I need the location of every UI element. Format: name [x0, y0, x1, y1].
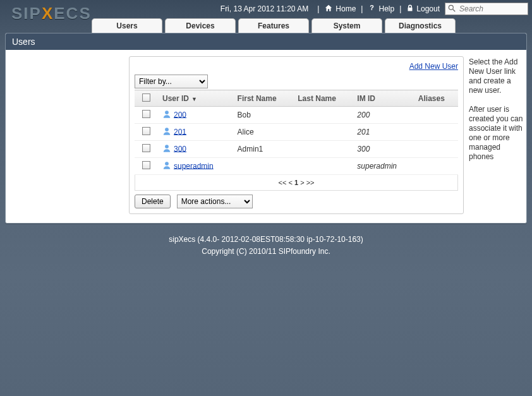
pager-first[interactable]: <<	[279, 179, 287, 186]
row-checkbox[interactable]	[142, 110, 150, 118]
main-panel: Users Add New User Filter by... User ID▼…	[5, 33, 527, 224]
last-name-cell	[293, 107, 352, 124]
pager-last[interactable]: >>	[306, 179, 315, 186]
user-id-link[interactable]: 300	[174, 144, 186, 153]
aliases-cell	[413, 124, 458, 141]
row-checkbox[interactable]	[142, 127, 150, 135]
user-id-link[interactable]: superadmin	[174, 161, 214, 170]
im-id-cell: 200	[352, 107, 413, 124]
help-icon: ?	[368, 4, 376, 14]
pager-prev[interactable]: <	[288, 179, 292, 186]
col-im-id[interactable]: IM ID	[352, 90, 413, 107]
tab-system[interactable]: System	[311, 18, 382, 33]
first-name-cell: Bob	[233, 107, 293, 124]
footer: sipXecs (4.4.0- 2012-02-08EST08:58:30 ip…	[0, 234, 532, 258]
aliases-cell	[413, 107, 458, 124]
table-row: 300Admin1300	[135, 141, 458, 158]
last-name-cell	[293, 158, 352, 175]
svg-point-6	[165, 162, 169, 165]
home-link[interactable]: Home	[324, 4, 356, 15]
more-actions-select[interactable]: More actions...	[177, 195, 253, 208]
pager-next[interactable]: >	[300, 179, 304, 186]
col-first-name[interactable]: First Name	[233, 90, 293, 107]
pager: << < 1 > >>	[135, 175, 458, 191]
last-name-cell	[293, 124, 352, 141]
tab-devices[interactable]: Devices	[165, 18, 236, 33]
tab-diagnostics[interactable]: Diagnostics	[385, 18, 456, 33]
tab-features[interactable]: Features	[238, 18, 309, 33]
im-id-cell: superadmin	[352, 158, 413, 175]
im-id-cell: 201	[352, 124, 413, 141]
divider: |	[317, 4, 319, 13]
svg-point-3	[165, 111, 169, 114]
home-label: Home	[336, 4, 356, 13]
users-content: Add New User Filter by... User ID▼ First…	[129, 56, 464, 214]
footer-copyright: Copyright (C) 2010/11 SIPfoundry Inc.	[0, 246, 532, 258]
add-new-user-link[interactable]: Add New User	[409, 62, 458, 71]
aliases-cell	[413, 141, 458, 158]
user-id-link[interactable]: 201	[174, 127, 186, 136]
table-row: 200Bob200	[135, 107, 458, 124]
col-user-id[interactable]: User ID▼	[157, 90, 233, 107]
row-checkbox[interactable]	[142, 144, 150, 152]
user-id-link[interactable]: 200	[174, 110, 186, 119]
help-link[interactable]: ? Help	[368, 4, 394, 14]
divider: |	[361, 4, 363, 13]
delete-button[interactable]: Delete	[135, 195, 171, 208]
divider: |	[399, 4, 401, 13]
svg-point-5	[165, 145, 169, 148]
svg-point-4	[165, 128, 169, 131]
users-table: User ID▼ First Name Last Name IM ID Alia…	[135, 90, 458, 175]
user-icon	[162, 110, 171, 121]
filter-select[interactable]: Filter by...	[135, 75, 208, 88]
tab-users[interactable]: Users	[92, 18, 162, 33]
pager-page: 1	[294, 179, 298, 186]
logout-link[interactable]: Logout	[406, 4, 440, 15]
search-input[interactable]	[445, 3, 528, 15]
logout-label: Logout	[416, 4, 440, 13]
user-icon	[162, 161, 171, 172]
first-name-cell: Alice	[233, 124, 293, 141]
lock-icon	[406, 4, 414, 15]
app-logo: SIPXECS	[11, 4, 92, 23]
im-id-cell: 300	[352, 141, 413, 158]
svg-text:?: ?	[370, 4, 375, 11]
col-last-name[interactable]: Last Name	[293, 90, 352, 107]
first-name-cell	[233, 158, 293, 175]
row-checkbox[interactable]	[142, 161, 150, 169]
aliases-cell	[413, 158, 458, 175]
first-name-cell: Admin1	[233, 141, 293, 158]
col-aliases[interactable]: Aliases	[413, 90, 458, 107]
home-icon	[324, 4, 333, 15]
table-row: superadminsuperadmin	[135, 158, 458, 175]
select-all-checkbox[interactable]	[142, 93, 150, 102]
help-text: Select the Add New User link and create …	[464, 50, 526, 162]
help-text-p1: Select the Add New User link and create …	[469, 57, 524, 95]
last-name-cell	[293, 141, 352, 158]
help-label: Help	[378, 4, 394, 13]
footer-version: sipXecs (4.4.0- 2012-02-08EST08:58:30 ip…	[0, 234, 532, 246]
sort-desc-icon: ▼	[191, 96, 197, 102]
table-row: 201Alice201	[135, 124, 458, 141]
help-text-p2: After user is created you can associate …	[469, 105, 524, 162]
user-icon	[162, 127, 171, 138]
datetime-label: Fri, 13 Apr 2012 11:20 AM	[221, 4, 308, 13]
user-icon	[162, 144, 171, 155]
page-title: Users	[6, 33, 526, 50]
